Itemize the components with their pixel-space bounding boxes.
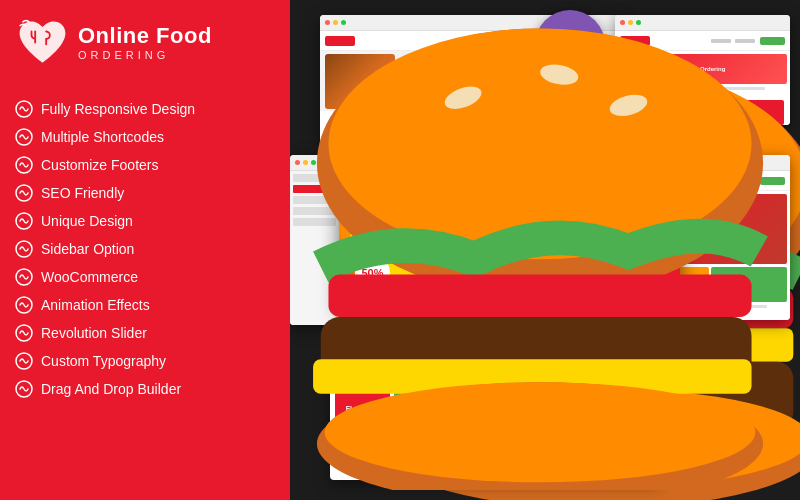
feature-label-customize-footers: Customize Footers [41,157,158,173]
svg-rect-40 [328,275,751,317]
feature-icon [15,268,33,286]
brand-subtitle: ORDERING [78,49,212,61]
feature-label-unique-design: Unique Design [41,213,133,229]
feature-label-sidebar-option: Sidebar Option [41,241,134,257]
feature-label-custom-typography: Custom Typography [41,353,166,369]
feature-label-seo-friendly: SEO Friendly [41,185,124,201]
feature-item-sidebar-option: Sidebar Option [15,240,290,258]
feature-label-drag-drop-builder: Drag And Drop Builder [41,381,181,397]
features-list: Fully Responsive DesignMultiple Shortcod… [0,100,290,408]
feature-item-seo-friendly: SEO Friendly [15,184,290,202]
feature-icon [15,324,33,342]
feature-label-woocommerce: WooCommerce [41,269,138,285]
feature-icon [15,296,33,314]
feature-label-multiple-shortcodes: Multiple Shortcodes [41,129,164,145]
feature-item-custom-typography: Custom Typography [15,352,290,370]
feature-icon [15,156,33,174]
feature-icon [15,380,33,398]
feature-item-customize-footers: Customize Footers [15,156,290,174]
feature-item-animation-effects: Animation Effects [15,296,290,314]
header: Online Food ORDERING [15,15,212,70]
feature-item-multiple-shortcodes: Multiple Shortcodes [15,128,290,146]
svg-point-44 [325,382,756,482]
logo-icon [15,15,70,70]
feature-icon [15,352,33,370]
screenshots-area: Online Ordering [290,0,800,500]
feature-icon [15,100,33,118]
feature-label-fully-responsive: Fully Responsive Design [41,101,195,117]
feature-item-woocommerce: WooCommerce [15,268,290,286]
feature-item-fully-responsive: Fully Responsive Design [15,100,290,118]
feature-item-drag-drop-builder: Drag And Drop Builder [15,380,290,398]
feature-icon [15,128,33,146]
logo-text: Online Food ORDERING [78,25,212,61]
feature-label-animation-effects: Animation Effects [41,297,150,313]
feature-label-revolution-slider: Revolution Slider [41,325,147,341]
brand-title: Online Food [78,25,212,47]
feature-icon [15,240,33,258]
sandwich-image [290,0,795,490]
feature-icon [15,184,33,202]
feature-icon [15,212,33,230]
feature-item-revolution-slider: Revolution Slider [15,324,290,342]
feature-item-unique-design: Unique Design [15,212,290,230]
